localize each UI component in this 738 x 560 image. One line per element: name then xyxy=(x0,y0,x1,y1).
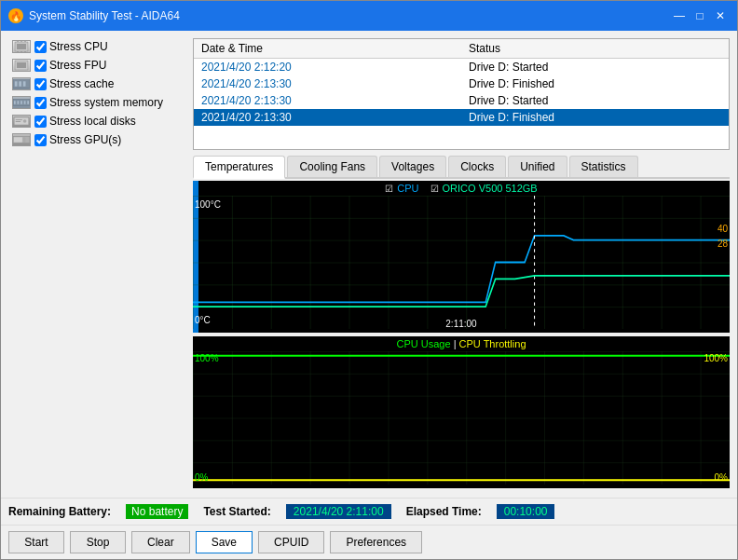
stress-cache-label[interactable]: Stress cache xyxy=(34,77,114,90)
maximize-button[interactable]: □ xyxy=(690,7,709,25)
log-cell-status: Drive D: Started xyxy=(461,92,729,109)
log-cell-time: 2021/4/20 2:13:30 xyxy=(194,92,461,109)
stress-cpu-text: Stress CPU xyxy=(49,40,108,53)
log-cell-time: 2021/4/20 2:13:30 xyxy=(194,75,461,92)
cpu-usage-chart: CPU Usage | CPU Throttling xyxy=(193,336,730,488)
log-cell-status: Drive D: Finished xyxy=(461,75,729,92)
chart2-title2: CPU Throttling xyxy=(459,338,526,349)
svg-rect-12 xyxy=(19,81,21,86)
stress-memory-checkbox[interactable] xyxy=(34,97,47,109)
stress-fpu-text: Stress FPU xyxy=(49,59,106,72)
title-controls: — □ ✕ xyxy=(670,7,730,25)
stress-disks-label[interactable]: Stress local disks xyxy=(34,115,136,128)
chart1-x-label: 2:11:00 xyxy=(445,319,476,329)
save-button[interactable]: Save xyxy=(196,531,253,553)
chart1-right-top: 40 xyxy=(718,224,728,234)
cpuid-button[interactable]: CPUID xyxy=(258,531,324,553)
svg-rect-13 xyxy=(23,81,26,86)
chart1-legend: ☑ CPU ☑ ORICO V500 512GB xyxy=(193,181,730,196)
col-status: Status xyxy=(461,39,729,59)
window-title: System Stability Test - AIDA64 xyxy=(29,9,180,22)
start-button[interactable]: Start xyxy=(8,531,64,553)
app-icon: 🔥 xyxy=(8,8,23,23)
stress-fpu-label[interactable]: Stress FPU xyxy=(34,59,106,72)
elapsed-value: 00:10:00 xyxy=(497,504,555,519)
stress-gpu-checkbox[interactable] xyxy=(34,134,47,146)
stress-memory-label[interactable]: Stress system memory xyxy=(34,96,163,109)
log-cell-time: 2021/4/20 2:12:20 xyxy=(194,59,461,76)
chart1-bottom-label: 0°C xyxy=(195,315,211,325)
title-bar-left: 🔥 System Stability Test - AIDA64 xyxy=(8,8,180,23)
svg-rect-26 xyxy=(14,137,22,142)
tab-cooling-fans[interactable]: Cooling Fans xyxy=(287,156,377,177)
stress-item-memory[interactable]: Stress system memory xyxy=(8,94,185,111)
disk-icon xyxy=(12,115,31,128)
log-row: 2021/4/20 2:13:30Drive D: Finished xyxy=(194,75,729,92)
stress-item-disks[interactable]: Stress local disks xyxy=(8,113,185,130)
elapsed-label: Elapsed Time: xyxy=(406,505,482,518)
tab-unified[interactable]: Unified xyxy=(508,156,567,177)
button-bar: Start Stop Clear Save CPUID Preferences xyxy=(1,525,737,559)
stress-item-gpu[interactable]: Stress GPU(s) xyxy=(8,131,185,148)
stop-button[interactable]: Stop xyxy=(70,531,126,553)
charts-area: ☑ CPU ☑ ORICO V500 512GB xyxy=(193,179,730,490)
chart2-separator: | xyxy=(454,338,457,349)
stress-item-cache[interactable]: Stress cache xyxy=(8,75,185,92)
legend-cpu-label: CPU xyxy=(397,183,418,194)
stress-gpu-text: Stress GPU(s) xyxy=(49,133,121,146)
main-content: Stress CPU Stress FPU xyxy=(1,31,737,498)
title-bar: 🔥 System Stability Test - AIDA64 — □ ✕ xyxy=(1,1,737,31)
svg-rect-24 xyxy=(16,121,20,122)
stress-disks-checkbox[interactable] xyxy=(34,116,47,128)
svg-rect-30 xyxy=(193,351,730,485)
stress-disks-text: Stress local disks xyxy=(49,115,136,128)
svg-rect-11 xyxy=(15,81,18,86)
stress-fpu-checkbox[interactable] xyxy=(34,60,47,72)
tab-clocks[interactable]: Clocks xyxy=(448,156,506,177)
chart2-canvas: 100% 0% 100% 0% xyxy=(193,351,730,485)
temperature-chart: ☑ CPU ☑ ORICO V500 512GB xyxy=(193,181,730,333)
battery-value: No battery xyxy=(126,504,188,519)
memory-icon xyxy=(12,96,31,109)
tab-temperatures[interactable]: Temperatures xyxy=(193,156,285,179)
svg-rect-19 xyxy=(27,101,29,104)
tab-voltages[interactable]: Voltages xyxy=(379,156,446,177)
stress-cpu-label[interactable]: Stress CPU xyxy=(34,40,108,53)
stress-gpu-label[interactable]: Stress GPU(s) xyxy=(34,133,121,146)
stress-cache-checkbox[interactable] xyxy=(34,78,47,90)
col-datetime: Date & Time xyxy=(194,39,461,59)
gpu-icon xyxy=(12,133,31,146)
test-started-value: 2021/4/20 2:11:00 xyxy=(286,504,391,519)
main-window: 🔥 System Stability Test - AIDA64 — □ ✕ xyxy=(0,0,738,560)
cpu-icon xyxy=(12,40,31,53)
svg-rect-1 xyxy=(17,44,26,49)
chart2-right-top: 100% xyxy=(704,353,728,363)
chart2-top-label: 100% xyxy=(195,353,219,363)
stress-item-cpu[interactable]: Stress CPU xyxy=(8,38,185,55)
log-row: 2021/4/20 2:13:30Drive D: Started xyxy=(194,92,729,109)
chart1-canvas: 100°C 0°C 40 28 2:11:00 xyxy=(193,196,730,329)
cache-icon xyxy=(12,77,31,90)
test-started-label: Test Started: xyxy=(203,505,270,518)
stress-cpu-checkbox[interactable] xyxy=(34,41,47,53)
svg-rect-9 xyxy=(17,62,26,68)
chart2-bottom-label: 0% xyxy=(195,472,208,483)
clear-button[interactable]: Clear xyxy=(131,531,190,553)
log-row: 2021/4/20 2:13:30Drive D: Finished xyxy=(194,109,729,126)
chart1-right-bottom: 28 xyxy=(718,239,728,249)
preferences-button[interactable]: Preferences xyxy=(330,531,422,553)
legend-cpu: ☑ CPU xyxy=(385,183,418,194)
minimize-button[interactable]: — xyxy=(670,7,689,25)
fpu-icon xyxy=(12,59,31,72)
log-table[interactable]: Date & Time Status 2021/4/20 2:12:20Driv… xyxy=(193,38,730,150)
chart2-right-bottom: 0% xyxy=(715,472,728,483)
chart2-title-text: CPU Usage xyxy=(397,338,451,349)
stress-options-panel: Stress CPU Stress FPU xyxy=(8,38,185,490)
legend-orico: ☑ ORICO V500 512GB xyxy=(430,183,538,194)
stress-item-fpu[interactable]: Stress FPU xyxy=(8,57,185,74)
svg-rect-28 xyxy=(193,196,730,329)
right-panel: Date & Time Status 2021/4/20 2:12:20Driv… xyxy=(193,38,730,490)
tab-statistics[interactable]: Statistics xyxy=(569,156,638,177)
close-button[interactable]: ✕ xyxy=(711,7,730,25)
svg-rect-27 xyxy=(23,137,26,142)
